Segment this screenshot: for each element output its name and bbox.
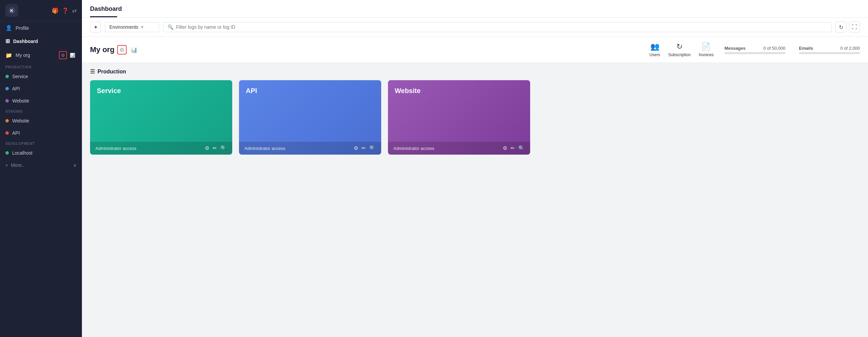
sidebar-item-label: Website [12, 98, 77, 104]
sidebar-item-label: API [12, 86, 77, 91]
messages-bar [724, 52, 785, 54]
search-icon: 🔍 [168, 24, 173, 30]
sidebar-item-service[interactable]: Service [0, 70, 82, 83]
messages-metric-row: Messages 0 of 50,000 [724, 46, 785, 51]
website-access-label: Administrator access [393, 146, 434, 151]
service-settings-icon[interactable]: ⚙ [205, 145, 209, 151]
website-edit-icon[interactable]: ✏ [511, 145, 515, 151]
sidebar-item-staging-api[interactable]: API [0, 127, 82, 139]
sidebar-item-label: Website [12, 118, 77, 123]
emails-label: Emails [799, 46, 813, 51]
sidebar-item-label: Localhost [12, 150, 77, 156]
exchange-icon[interactable]: ⇄ [72, 7, 77, 14]
org-chart-icon[interactable]: 📊 [129, 45, 139, 54]
list-icon: ☰ [90, 68, 95, 75]
subscription-label: Subscription [668, 52, 691, 57]
service-edit-icon[interactable]: ✏ [213, 145, 217, 151]
website-search-icon[interactable]: 🔍 [518, 145, 525, 151]
toolbar: ✦ Environments ▾ 🔍 ↻ ⛶ [82, 18, 868, 37]
users-icon: 👥 [650, 42, 659, 51]
api-search-icon[interactable]: 🔍 [369, 145, 376, 151]
search-input[interactable] [176, 24, 827, 30]
api-card-name: API [246, 87, 374, 95]
myorg-settings-button[interactable]: ⚙ [59, 51, 67, 59]
expand-button[interactable]: ✦ [90, 22, 101, 32]
chevron-down-icon: ∨ [73, 162, 77, 168]
emails-value: 0 of 2,000 [840, 46, 860, 51]
org-header: My org ⚙ 📊 👥 Users ↻ Subscription [82, 37, 868, 63]
gift-icon[interactable]: 🎁 [52, 7, 59, 14]
production-section: ☰ Production Service Administrator acces… [82, 63, 868, 160]
org-actions: 👥 Users ↻ Subscription 📄 Invoices [650, 42, 714, 57]
org-title: My org [90, 45, 114, 54]
service-access-label: Administrator access [95, 146, 136, 151]
api-card-actions: ⚙ ✏ 🔍 [354, 145, 376, 151]
help-icon[interactable]: ❓ [62, 7, 69, 14]
sidebar-item-label: Dashboard [13, 39, 77, 44]
sidebar-header-actions: 🎁 ❓ ⇄ [52, 7, 77, 14]
sidebar-item-label: Profile [16, 25, 77, 31]
fullscreen-button[interactable]: ⛶ [849, 22, 860, 32]
api-settings-icon[interactable]: ⚙ [354, 145, 358, 151]
website-card[interactable]: Website Administrator access ⚙ ✏ 🔍 [388, 80, 530, 155]
page-header: Dashboard [82, 0, 868, 18]
section-production: PRODUCTION [0, 63, 82, 70]
invoices-label: Invoices [699, 52, 714, 57]
app-logo[interactable]: K [5, 4, 18, 17]
page-title-row: Dashboard [90, 5, 860, 17]
org-settings-icon[interactable]: ⚙ [117, 45, 127, 54]
page-title: Dashboard [90, 5, 122, 17]
service-card[interactable]: Service Administrator access ⚙ ✏ 🔍 [90, 80, 232, 155]
sidebar-item-dashboard[interactable]: ⊞ Dashboard [0, 35, 82, 48]
api-access-label: Administrator access [244, 146, 285, 151]
api-card-footer: Administrator access ⚙ ✏ 🔍 [239, 142, 381, 155]
messages-label: Messages [724, 46, 745, 51]
sidebar-more-button[interactable]: + More.. ∨ [0, 159, 82, 171]
website-card-actions: ⚙ ✏ 🔍 [503, 145, 525, 151]
dot-red [5, 131, 9, 135]
profile-icon: 👤 [5, 25, 12, 31]
subscription-icon: ↻ [676, 42, 682, 51]
emails-bar [799, 52, 860, 54]
users-button[interactable]: 👥 Users [650, 42, 660, 57]
sidebar-item-myorg[interactable]: 📁 My org ⚙ 📊 [0, 48, 82, 63]
messages-value: 0 of 50,000 [763, 46, 785, 51]
website-card-name: Website [395, 87, 523, 95]
myorg-actions: ⚙ 📊 [59, 51, 77, 59]
service-card-footer: Administrator access ⚙ ✏ 🔍 [90, 142, 232, 155]
svg-text:K: K [10, 8, 14, 13]
environments-label: Environments [109, 24, 138, 30]
dot-purple [5, 99, 9, 103]
sidebar-item-label: Service [12, 74, 77, 79]
service-search-icon[interactable]: 🔍 [220, 145, 227, 151]
plus-icon: + [5, 162, 8, 168]
service-card-name: Service [97, 87, 225, 95]
sidebar-item-profile[interactable]: 👤 Profile [0, 21, 82, 35]
more-label: More.. [11, 162, 24, 168]
dashboard-icon: ⊞ [5, 38, 10, 44]
invoices-icon: 📄 [701, 42, 711, 51]
sidebar-item-website[interactable]: Website [0, 95, 82, 107]
users-label: Users [650, 52, 660, 57]
section-title-label: Production [97, 69, 126, 75]
subscription-button[interactable]: ↻ Subscription [668, 42, 691, 57]
website-settings-icon[interactable]: ⚙ [503, 145, 507, 151]
invoices-button[interactable]: 📄 Invoices [699, 42, 714, 57]
dot-blue [5, 87, 9, 90]
api-edit-icon[interactable]: ✏ [362, 145, 366, 151]
refresh-button[interactable]: ↻ [836, 22, 846, 32]
myorg-chart-button[interactable]: 📊 [68, 51, 77, 59]
api-card[interactable]: API Administrator access ⚙ ✏ 🔍 [239, 80, 381, 155]
environments-dropdown[interactable]: Environments ▾ [105, 22, 159, 32]
api-card-body: API [239, 80, 381, 142]
sidebar-header: K 🎁 ❓ ⇄ [0, 0, 82, 21]
dot-green [5, 75, 9, 78]
emails-metric-row: Emails 0 of 2,000 [799, 46, 860, 51]
sidebar-item-staging-website[interactable]: Website [0, 115, 82, 127]
env-cards: Service Administrator access ⚙ ✏ 🔍 [90, 80, 860, 155]
sidebar-item-localhost[interactable]: Localhost [0, 147, 82, 159]
section-development: DEVELOPMENT [0, 139, 82, 147]
messages-metric: Messages 0 of 50,000 [724, 46, 785, 54]
dot-orange [5, 119, 9, 122]
sidebar-item-api[interactable]: API [0, 83, 82, 95]
